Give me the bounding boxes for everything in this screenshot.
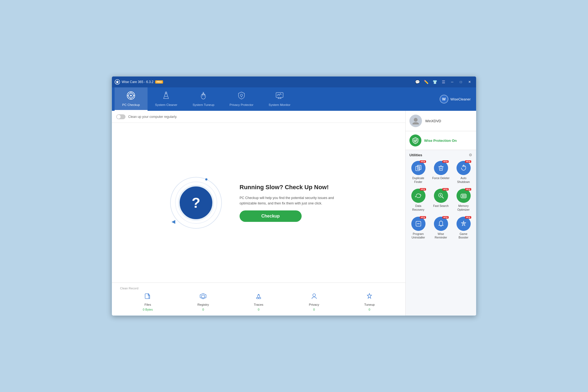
checkup-title: Running Slow? Check Up Now! [240,184,348,191]
protection-icon [409,134,421,146]
utilities-grid: NEW Duplicate Finder [408,160,473,241]
pro-badge: PRO [155,80,163,84]
utility-fast-search[interactable]: NEW Fast Search [431,188,451,213]
utility-memory-optimizer[interactable]: NEW Memory Optimizer [454,188,473,213]
svg-point-10 [240,94,243,96]
duplicate-finder-icon [411,161,425,175]
wise-reminder-label: Wise Reminder [432,232,450,240]
utilities-title: Utilities [409,153,422,157]
system-tuneup-icon [199,91,208,102]
nav-spacer [298,87,437,111]
left-panel: Clean up your computer regularly. ◀ ? [112,111,405,316]
toolbar: Clean up your computer regularly. [112,111,405,123]
pc-checkup-icon [126,91,136,102]
checkup-button[interactable]: Checkup [240,210,302,222]
fast-search-new-badge: NEW [442,188,448,191]
auto-shutdown-new-badge: NEW [465,160,471,163]
title-bar-controls: 💬 ✏️ 👕 ☰ ─ □ ✕ [414,78,473,86]
clean-stat-tuneup: Tuneup 0 [342,293,397,311]
nav-item-privacy-protector[interactable]: Privacy Protector [222,87,261,111]
duplicate-finder-icon-wrap: NEW [411,161,425,175]
fast-search-label: Fast Search [433,204,449,208]
protection-badge: Wise Protection On [406,131,476,150]
nav-label-system-monitor: System Monitor [269,103,290,106]
tuneup-value: 0 [369,308,370,311]
utilities-gear-icon[interactable]: ⚙ [469,153,472,157]
orbit-dot [205,178,207,180]
svg-point-18 [414,118,418,122]
utility-wise-reminder[interactable]: NEW Wise Reminder [431,216,451,241]
protection-text: Wise Protection On [424,139,457,143]
nav-label-system-tuneup: System Tuneup [192,103,214,106]
data-recovery-label: Data Recovery [409,204,427,212]
utility-force-deleter[interactable]: NEW Force Deleter [431,160,451,185]
svg-point-3 [130,95,132,96]
svg-rect-24 [463,195,464,197]
nav-user: W WiseCleaner [437,87,473,111]
utility-auto-shutdown[interactable]: NEW Auto Shutdown [454,160,473,185]
data-recovery-icon-wrap: NEW [411,189,425,203]
tuneup-label: Tuneup [364,303,375,306]
svg-rect-20 [417,165,421,170]
close-button[interactable]: ✕ [466,78,473,86]
force-deleter-new-badge: NEW [442,160,448,163]
traces-value: 0 [258,308,259,311]
utility-data-recovery[interactable]: NEW Data Recovery [408,188,428,213]
fast-search-icon [434,189,448,203]
utility-duplicate-finder[interactable]: NEW Duplicate Finder [408,160,428,185]
nav-item-system-monitor[interactable]: System Monitor [261,87,298,111]
system-cleaner-icon [161,91,171,102]
right-sidebar: WinXDVD Wise Protection On Utilities ⚙ [405,111,476,316]
utility-program-uninstaller[interactable]: NEW Program Uninstaller [408,216,428,241]
app-window: Wise Care 365 - 6.3.2 PRO 💬 ✏️ 👕 ☰ ─ □ ✕ [112,76,476,316]
minimize-button[interactable]: ─ [448,78,456,86]
program-uninstaller-icon [411,217,425,231]
game-booster-icon-wrap: NEW [457,217,471,231]
auto-shutdown-icon [457,161,471,175]
game-booster-icon [457,217,471,231]
svg-rect-23 [462,195,463,197]
clean-record-title: Clean Record [120,287,397,290]
privacy-icon [311,293,318,301]
data-recovery-icon [411,189,425,203]
utility-game-booster[interactable]: NEW Game Booster [454,216,473,241]
memory-optimizer-label: Memory Optimizer [455,204,472,212]
clean-record: Clean Record Files 0 Bytes [112,283,405,316]
utilities-header: Utilities ⚙ [408,153,473,157]
game-booster-new-badge: NEW [465,216,471,219]
duplicate-finder-new-badge: NEW [420,160,426,163]
files-value: 0 Bytes [143,308,153,311]
traces-icon [255,293,262,301]
nav-item-system-tuneup[interactable]: System Tuneup [185,87,222,111]
nav-user-label: WiseCleaner [451,97,471,101]
game-booster-label: Game Booster [455,232,472,240]
edit-button[interactable]: ✏️ [422,78,430,86]
files-icon [144,293,151,301]
clean-stats: Files 0 Bytes Registry 0 [120,293,397,311]
tuneup-icon [366,293,373,301]
maximize-button[interactable]: □ [457,78,465,86]
app-logo-icon [115,79,120,85]
svg-rect-12 [145,294,149,299]
nav-bar: PC Checkup System Cleaner [112,87,476,111]
nav-label-system-cleaner: System Cleaner [155,103,177,106]
nav-item-system-cleaner[interactable]: System Cleaner [148,87,185,111]
nav-item-pc-checkup[interactable]: PC Checkup [115,87,148,111]
checkup-description: PC Checkup will help you find the potent… [240,195,348,206]
traces-label: Traces [254,303,264,306]
title-bar: Wise Care 365 - 6.3.2 PRO 💬 ✏️ 👕 ☰ ─ □ ✕ [112,76,476,87]
menu-button[interactable]: ☰ [440,78,447,86]
nav-label-privacy-protector: Privacy Protector [229,103,253,106]
orbit-ring-inner [175,182,217,224]
fast-search-icon-wrap: NEW [434,189,448,203]
memory-optimizer-new-badge: NEW [465,188,471,191]
shirt-button[interactable]: 👕 [431,78,439,86]
sidebar-avatar [409,115,422,127]
auto-shutdown-label: Auto Shutdown [455,176,472,184]
program-uninstaller-icon-wrap: NEW [411,217,425,231]
auto-clean-toggle[interactable] [116,114,125,119]
program-uninstaller-label: Program Uninstaller [409,232,427,240]
nav-user-avatar: W [440,95,448,103]
svg-point-17 [313,294,316,296]
chat-button[interactable]: 💬 [414,78,421,86]
